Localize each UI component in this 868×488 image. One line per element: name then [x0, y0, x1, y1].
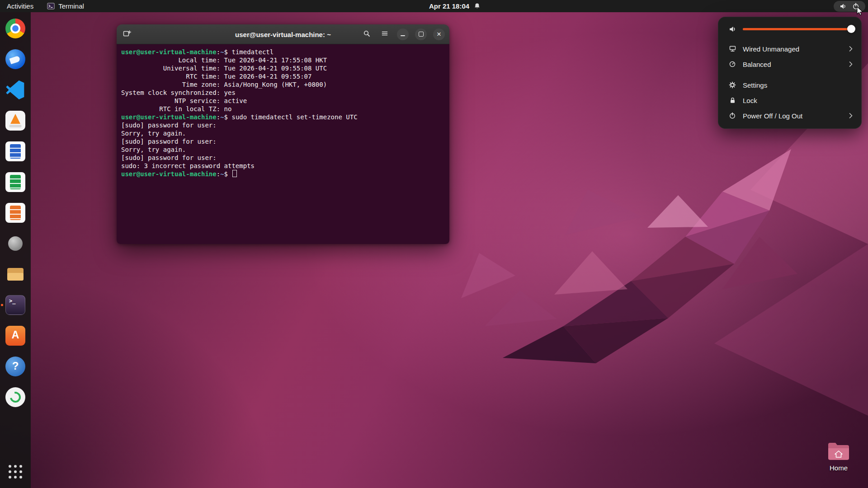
power-profile-icon [728, 61, 736, 68]
chrome-icon [5, 19, 25, 38]
search-icon [363, 30, 370, 39]
libreoffice-impress-icon [5, 203, 25, 223]
vlc-icon [5, 111, 25, 131]
terminal-line: Time zone: Asia/Hong_Kong (HKT, +0800) [121, 80, 445, 89]
dock-item-libreoffice-impress[interactable] [5, 202, 26, 224]
menu-item-label: Lock [743, 97, 853, 104]
maximize-icon [419, 32, 424, 37]
lock-icon [728, 97, 736, 104]
menu-item-label: Settings [743, 81, 853, 89]
show-apps-icon [5, 462, 25, 482]
clock-menu[interactable]: Apr 21 18:04 [429, 0, 481, 12]
dock-item-terminal[interactable] [5, 294, 26, 316]
mouse-cursor-icon [856, 6, 865, 18]
home-folder-label: Home [830, 464, 848, 472]
activities-button[interactable]: Activities [0, 0, 40, 12]
terminal-line: RTC in local TZ: no [121, 105, 445, 113]
focused-app-label: Terminal [58, 2, 84, 10]
terminal-titlebar[interactable]: user@user-virtual-machine: ~ × [117, 24, 449, 44]
terminal-window: user@user-virtual-machine: ~ × user@user… [117, 24, 449, 244]
terminal-icon [5, 295, 25, 315]
dock-item-ubuntu-software[interactable] [5, 325, 26, 347]
menu-item-power-off[interactable]: Power Off / Log Out [718, 108, 861, 123]
dock-item-libreoffice-writer[interactable] [5, 141, 26, 162]
menu-button[interactable] [379, 28, 391, 40]
speaker-icon [728, 25, 736, 33]
menu-item-label: Balanced [743, 61, 842, 68]
network-wired-icon [728, 45, 736, 52]
terminal-line: Universal time: Tue 2026-04-21 09:55:08 … [121, 64, 445, 72]
home-folder[interactable]: Home [820, 441, 858, 472]
files-icon [5, 264, 25, 284]
dock-item-files[interactable] [5, 263, 26, 285]
folder-icon [827, 441, 850, 463]
dock-item-vscode[interactable] [5, 79, 26, 101]
minimize-button[interactable] [397, 28, 409, 40]
terminal-line: user@user-virtual-machine:~$ [121, 170, 445, 178]
terminal-line: System clock synchronized: yes [121, 89, 445, 97]
volume-row [718, 22, 861, 36]
desktop-root: Activities Terminal Apr 21 18:04 [0, 0, 868, 488]
terminal-line: sudo: 3 incorrect password attempts [121, 162, 445, 170]
libreoffice-writer-icon [5, 141, 25, 161]
terminal-output[interactable]: user@user-virtual-machine:~$ timedatectl… [117, 44, 449, 244]
terminal-line: Local time: Tue 2026-04-21 17:55:08 HKT [121, 56, 445, 64]
new-tab-icon [123, 30, 131, 39]
terminal-cursor [232, 170, 237, 177]
terminal-line: user@user-virtual-machine:~$ sudo timeda… [121, 113, 445, 121]
terminal-line: [sudo] password for user: [121, 137, 445, 145]
terminal-line: RTC time: Tue 2026-04-21 09:55:07 [121, 72, 445, 80]
dock-item-chrome[interactable] [5, 18, 26, 39]
volume-slider[interactable] [743, 25, 851, 33]
close-icon: × [437, 30, 441, 38]
menu-item-label: Power Off / Log Out [743, 112, 842, 120]
terminal-line: NTP service: active [121, 97, 445, 105]
system-menu: Wired Unmanaged Balanced Setti [718, 17, 862, 129]
menu-item-label: Wired Unmanaged [743, 45, 842, 53]
speaker-icon [840, 3, 847, 10]
minimize-icon [401, 35, 405, 36]
power-icon [728, 112, 736, 119]
maximize-button[interactable] [415, 28, 427, 40]
activities-label: Activities [7, 2, 33, 10]
ubuntu-software-icon [5, 326, 25, 346]
terminal-title: user@user-virtual-machine: ~ [235, 30, 331, 38]
dock-item-help[interactable] [5, 356, 26, 377]
chevron-right-icon [849, 113, 853, 119]
dock-item-software-updater[interactable] [5, 386, 26, 408]
dock-item-libreoffice-calc[interactable] [5, 171, 26, 193]
menu-item-lock[interactable]: Lock [718, 93, 861, 108]
hamburger-icon [381, 30, 388, 39]
clock-label: Apr 21 18:04 [429, 2, 469, 10]
notification-bell-icon [474, 3, 481, 9]
terminal-line: Sorry, try again. [121, 145, 445, 154]
menu-item-balanced[interactable]: Balanced [718, 56, 861, 72]
software-updater-icon [5, 387, 25, 407]
close-button[interactable]: × [433, 28, 445, 40]
dock-item-thunderbird[interactable] [5, 48, 26, 70]
dock-item-gimp[interactable] [5, 233, 26, 254]
terminal-line: user@user-virtual-machine:~$ timedatectl [121, 48, 445, 56]
terminal-line: Sorry, try again. [121, 129, 445, 137]
volume-knob[interactable] [847, 25, 855, 33]
gimp-icon [5, 234, 25, 253]
help-icon [5, 357, 25, 376]
terminal-app-icon [47, 3, 55, 9]
chevron-right-icon [849, 61, 853, 67]
top-bar: Activities Terminal Apr 21 18:04 [0, 0, 868, 12]
terminal-line: [sudo] password for user: [121, 154, 445, 162]
volume-fill [743, 28, 851, 30]
thunderbird-icon [5, 49, 25, 69]
gear-icon [728, 81, 736, 89]
focused-app-menu[interactable]: Terminal [40, 0, 91, 12]
dock-item-vlc[interactable] [5, 110, 26, 131]
libreoffice-calc-icon [5, 172, 25, 192]
new-tab-button[interactable] [121, 28, 133, 40]
vscode-icon [5, 80, 25, 100]
dock [0, 12, 31, 488]
menu-item-wired[interactable]: Wired Unmanaged [718, 41, 861, 56]
search-button[interactable] [361, 28, 373, 40]
terminal-line: [sudo] password for user: [121, 121, 445, 129]
dock-item-show-apps[interactable] [5, 461, 26, 483]
menu-item-settings[interactable]: Settings [718, 77, 861, 93]
